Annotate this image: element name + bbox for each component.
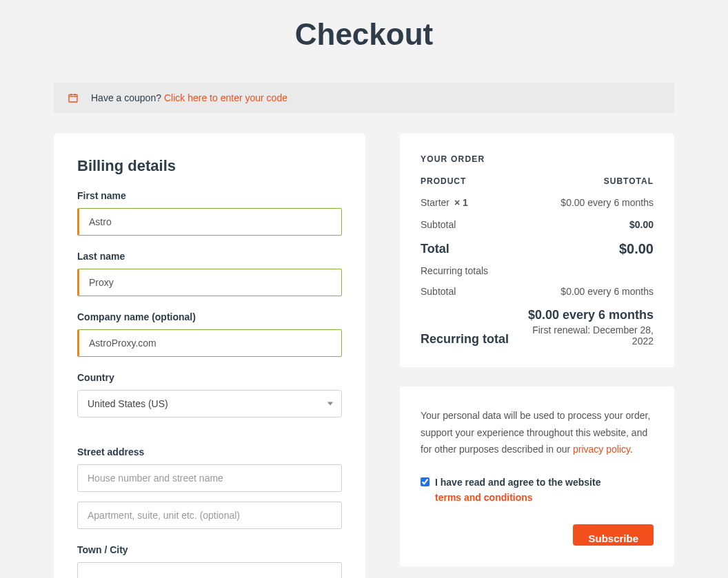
country-selected-value: United States (US) [88,398,168,409]
street-address-2-input[interactable] [77,502,342,529]
last-name-label: Last name [77,251,342,262]
recurring-total-value: $0.00 every 6 months [509,308,654,322]
calendar-icon [68,92,79,103]
first-renewal-text: First renewal: December 28, 2022 [509,324,654,347]
agree-row: I have read and agree to the website ter… [421,475,654,506]
billing-panel: Billing details First name Last name Com… [54,134,365,578]
country-select[interactable]: United States (US) [77,390,342,417]
agree-checkbox[interactable] [421,477,429,486]
order-summary-panel: YOUR ORDER PRODUCT SUBTOTAL Starter × 1 … [400,134,674,367]
company-label: Company name (optional) [77,311,342,322]
recurring-totals-header: Recurring totals [421,265,654,276]
recurring-total-label: Recurring total [421,332,509,347]
town-city-label: Town / City [77,544,342,555]
terms-conditions-link[interactable]: terms and conditions [435,492,533,503]
page-title: Checkout [54,0,674,83]
company-input[interactable] [77,329,342,357]
privacy-policy-link[interactable]: privacy policy [573,444,630,455]
product-column-header: PRODUCT [421,176,466,186]
subtotal-value: $0.00 [629,219,654,230]
first-name-label: First name [77,190,342,201]
country-label: Country [77,372,342,383]
item-subtotal: $0.00 every 6 months [560,197,654,208]
privacy-panel: Your personal data will be used to proce… [400,386,674,566]
chevron-down-icon [327,402,333,406]
item-name: Starter [421,197,449,208]
last-name-input[interactable] [77,269,342,296]
billing-title: Billing details [77,157,342,175]
town-city-input[interactable] [77,562,342,578]
subscribe-button[interactable]: Subscribe [573,524,654,546]
coupon-notice: Have a coupon? Click here to enter your … [54,83,674,113]
coupon-prompt-text: Have a coupon? [91,92,161,103]
total-label: Total [421,242,449,256]
street-address-label: Street address [77,446,342,457]
privacy-period: . [630,444,633,455]
agree-text: I have read and agree to the website [435,477,600,488]
item-quantity: × 1 [454,197,468,208]
coupon-link[interactable]: Click here to enter your code [164,92,287,103]
svg-rect-0 [69,94,77,102]
total-value: $0.00 [619,241,654,257]
recurring-subtotal-label: Subtotal [421,286,456,297]
recurring-subtotal-value: $0.00 every 6 months [560,286,654,297]
first-name-input[interactable] [77,208,342,236]
privacy-text: Your personal data will be used to proce… [421,407,654,458]
street-address-1-input[interactable] [77,464,342,492]
your-order-label: YOUR ORDER [421,154,654,164]
order-line-item: Starter × 1 $0.00 every 6 months [421,197,654,208]
subtotal-label: Subtotal [421,219,456,230]
subtotal-column-header: SUBTOTAL [604,176,654,186]
